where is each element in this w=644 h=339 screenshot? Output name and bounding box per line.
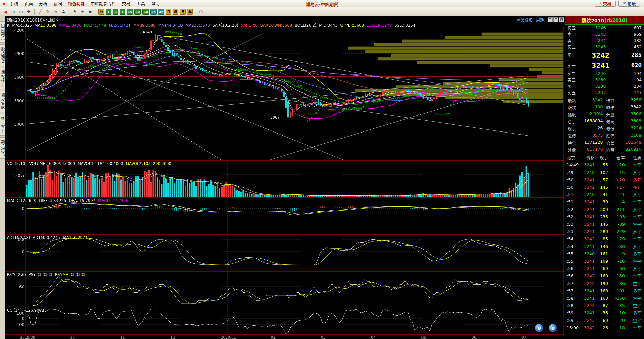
maximize-chart-button[interactable]: ⊞	[553, 17, 558, 22]
stat-value: -2.99%	[588, 111, 603, 118]
x-axis-label: 04	[371, 335, 376, 339]
menu-right-buttons: ⚡交易✉论坛	[595, 1, 644, 7]
indicator-list-icon[interactable]: ≣	[87, 8, 94, 15]
sidebar-tab-0[interactable]: 国内期货	[0, 21, 5, 43]
period-button-分[interactable]: 分	[98, 9, 104, 15]
bid-row-5[interactable]: 买五3237147	[565, 89, 644, 96]
period-button-30[interactable]: 30	[134, 9, 141, 15]
price-level-label: 卖五	[567, 25, 580, 31]
flag-icon[interactable]: ⚑	[71, 8, 78, 15]
tick-time: :51	[565, 192, 580, 197]
menu-item-4[interactable]: 特色功能	[65, 0, 88, 8]
sidebar-tab-4[interactable]: 热点排名	[0, 114, 5, 136]
sidebar-tab-1[interactable]: 股指期货	[0, 44, 5, 66]
tick-price: 3241	[580, 207, 595, 212]
period-button-周[interactable]: 周	[173, 9, 178, 15]
menu-item-1[interactable]: 页面	[22, 0, 36, 8]
contract-code: (rb2010)	[604, 17, 628, 23]
tick-oi-change: +20	[608, 177, 625, 182]
period-button-月[interactable]: 月	[180, 9, 186, 15]
menu-item-7[interactable]: 工具	[133, 0, 148, 8]
stat-cell: 最高3308	[605, 118, 643, 125]
ask-row-3[interactable]: 卖三3244382	[565, 37, 644, 44]
menu-item-6[interactable]: 交易	[119, 0, 133, 8]
tick-row: :51324139-4空平	[565, 198, 644, 205]
bid-row-2[interactable]: 买二3240194	[565, 70, 644, 77]
sidebar-tab-3[interactable]: 期权策略	[0, 91, 5, 112]
trade-button[interactable]: ⚡交易	[595, 1, 616, 7]
sidebar-tab-5[interactable]: 期货资讯	[0, 137, 5, 159]
stat-value: 26	[598, 125, 603, 132]
period-button-15[interactable]: 15	[127, 9, 133, 15]
overlay-commodity-link[interactable]: 商品叠加	[517, 17, 533, 23]
tick-price: 3241	[580, 296, 595, 301]
menu-items: 系统页面分析新闻特色功能中辉期货专栏交易工具帮助	[7, 0, 162, 8]
period-button-4h[interactable]: 4h	[158, 9, 164, 15]
tick-oi-change: -10	[608, 310, 625, 315]
zoom-in-icon[interactable]: ⊕	[10, 8, 17, 15]
period-button-5[interactable]: 5	[120, 9, 125, 15]
chat-icon: ✉	[623, 1, 626, 6]
tick-time: :55	[565, 251, 580, 256]
text-tool-icon[interactable]: A	[60, 8, 67, 15]
tick-header-cell: 性质	[625, 154, 644, 161]
tick-nature: 空平	[625, 162, 644, 168]
zoom-out-icon[interactable]: ⊖	[17, 8, 25, 15]
tick-volume: 168	[595, 288, 608, 293]
stat-cell: 仓差162648	[605, 140, 643, 146]
period-link[interactable]: 周期	[536, 17, 544, 23]
forum-button[interactable]: ✉论坛	[618, 1, 640, 7]
close-chart-button[interactable]: ⊠	[559, 17, 564, 22]
tick-nature: 空平	[625, 214, 644, 220]
stat-value: 1638094	[584, 118, 603, 125]
tick-nature: 多平	[625, 310, 644, 316]
trendline-tool-icon[interactable]: ╱	[37, 8, 44, 15]
measure-icon[interactable]: ⌖	[79, 8, 86, 15]
menu-item-2[interactable]: 分析	[36, 0, 50, 8]
tick-header-cell: 价格	[580, 154, 595, 161]
tick-price: 3241	[580, 266, 595, 271]
stat-value: 817178	[587, 147, 603, 153]
period-button-2h[interactable]: 2h	[150, 9, 157, 15]
period-button-日[interactable]: 日	[166, 9, 171, 15]
stat-label: 总手	[568, 118, 576, 125]
menu-item-8[interactable]: 帮助	[148, 0, 162, 8]
price-chart-canvas[interactable]	[5, 16, 565, 339]
bid-row-3[interactable]: 买三323994	[565, 77, 644, 83]
x-axis-label: 11	[120, 335, 125, 339]
tick-row: :51324041-21多平	[565, 191, 644, 198]
period-button-3[interactable]: 3	[113, 9, 118, 15]
ask-row-5[interactable]: 卖五3246607	[565, 25, 644, 31]
tick-oi-change: -16	[608, 259, 625, 264]
stat-value: 3306	[631, 111, 641, 118]
grid-icon[interactable]: ⊞	[197, 8, 204, 15]
menu-item-3[interactable]: 新闻	[50, 0, 65, 8]
pencil-icon[interactable]: ✎	[44, 8, 51, 15]
bid-row-4[interactable]: 买四3238234	[565, 83, 644, 89]
menu-item-5[interactable]: 中辉期货专栏	[88, 0, 119, 8]
ask-row-2[interactable]: 卖二3243452	[565, 44, 644, 50]
left-sidebar-tabs: 国内期货股指期货期权报价期权策略热点排名期货资讯	[0, 16, 5, 339]
crosshair-icon[interactable]: ✚	[25, 8, 32, 15]
best-bid-row[interactable]: 买一3241620	[565, 60, 644, 70]
volume-value: 285	[621, 52, 642, 58]
tick-time: :58	[565, 303, 580, 308]
menu-item-0[interactable]: 系统	[7, 0, 22, 8]
browser-shortcut-icon[interactable]: e	[535, 324, 543, 332]
tick-volume: 190	[595, 281, 608, 286]
best-ask-row[interactable]: 卖一3242285	[565, 50, 644, 60]
tick-row: :59324269-20空平	[565, 316, 644, 324]
period-button-60[interactable]: 60	[142, 9, 149, 15]
tick-list[interactable]: 14:49324155-10空平:493240102-15多平:50324157…	[565, 161, 644, 339]
back-icon[interactable]: ◀	[2, 8, 9, 15]
eraser-icon[interactable]: ▱	[52, 8, 59, 15]
period-button-年[interactable]: 年	[187, 9, 193, 15]
ask-row-4[interactable]: 卖四3245969	[565, 31, 644, 37]
period-button-1[interactable]: 1	[106, 9, 111, 15]
minimize-chart-button[interactable]: ⊟	[548, 17, 553, 22]
price-level-label: 买一	[567, 62, 580, 69]
browser-shortcut-icon[interactable]: e	[549, 324, 557, 332]
tick-row: :50324157+20多开	[565, 176, 644, 183]
workspace: 国内期货股指期货期权报价期权策略热点排名期货资讯 螺纹2010(010610)<…	[0, 16, 644, 339]
sidebar-tab-2[interactable]: 期权报价	[0, 68, 5, 89]
